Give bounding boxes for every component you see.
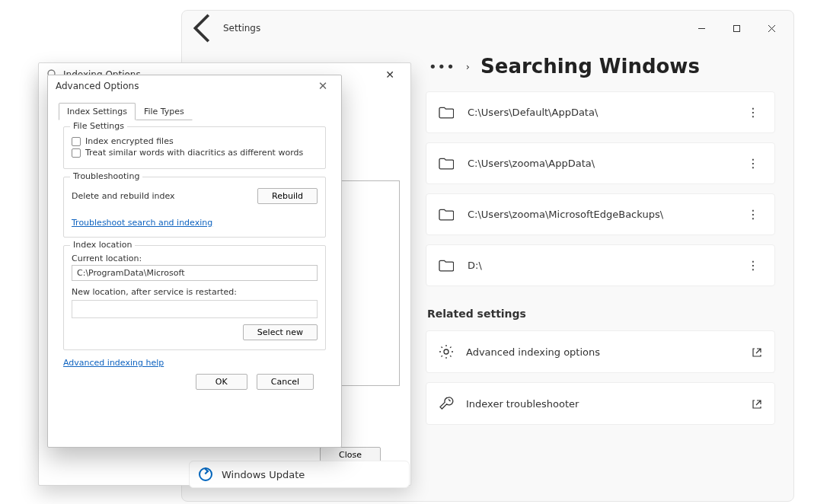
advanced-help-link[interactable]: Advanced indexing help <box>63 358 326 368</box>
file-settings-group: File Settings Index encrypted files Trea… <box>63 126 326 169</box>
wrench-icon <box>439 396 454 411</box>
svg-point-4 <box>444 349 449 354</box>
new-location-field[interactable] <box>72 300 318 318</box>
folder-path: C:\Users\Default\AppData\ <box>468 107 744 118</box>
related-settings-heading: Related settings <box>427 308 775 320</box>
close-button[interactable]: ✕ <box>312 79 334 93</box>
svg-rect-1 <box>733 25 739 31</box>
sidebar-item-windows-update[interactable]: Windows Update <box>189 461 410 488</box>
settings-body: ••• › Searching Windows C:\Users\Default… <box>426 55 793 501</box>
advanced-titlebar: Advanced Options ✕ <box>48 75 341 97</box>
checkbox-diacritics[interactable]: Treat similar words with diacritics as d… <box>72 148 318 158</box>
close-button[interactable]: ✕ <box>377 69 403 81</box>
new-location-label: New location, after service is restarted… <box>72 287 318 297</box>
file-settings-legend: File Settings <box>70 121 127 131</box>
folder-path: C:\Users\zooma\AppData\ <box>468 158 744 169</box>
more-button[interactable]: ⋮ <box>744 156 762 171</box>
related-label: Indexer troubleshooter <box>466 398 752 410</box>
excluded-folder-row[interactable]: C:\Users\zooma\MicrosoftEdgeBackups\ ⋮ <box>426 193 775 235</box>
related-label: Advanced indexing options <box>466 346 752 358</box>
rebuild-button[interactable]: Rebuild <box>257 188 318 204</box>
tab-file-types[interactable]: File Types <box>136 103 193 120</box>
more-button[interactable]: ⋮ <box>744 207 762 222</box>
settings-title: Settings <box>223 23 260 33</box>
troubleshooting-legend: Troubleshooting <box>70 171 142 181</box>
window-controls <box>684 16 789 40</box>
close-button[interactable] <box>754 16 789 40</box>
maximize-button[interactable] <box>719 16 754 40</box>
breadcrumb: ••• › Searching Windows <box>426 55 775 91</box>
folder-icon <box>439 260 454 272</box>
advanced-title: Advanced Options <box>56 81 312 91</box>
excluded-folder-row[interactable]: D:\ ⋮ <box>426 244 775 286</box>
excluded-folder-row[interactable]: C:\Users\Default\AppData\ ⋮ <box>426 91 775 133</box>
index-location-legend: Index location <box>70 240 135 250</box>
folder-icon <box>439 209 454 221</box>
select-new-button[interactable]: Select new <box>243 324 318 340</box>
checkbox-icon <box>72 137 81 146</box>
current-location-label: Current location: <box>72 254 318 263</box>
more-button[interactable]: ⋮ <box>744 105 762 120</box>
folder-icon <box>439 158 454 170</box>
breadcrumb-ellipsis[interactable]: ••• <box>429 59 455 75</box>
back-button[interactable] <box>187 11 222 46</box>
dialog-footer: OK Cancel <box>63 368 326 390</box>
delete-rebuild-label: Delete and rebuild index <box>72 191 175 201</box>
troubleshoot-link[interactable]: Troubleshoot search and indexing <box>72 218 212 228</box>
folder-icon <box>439 107 454 119</box>
sidebar-item-label: Windows Update <box>222 469 305 480</box>
open-external-icon <box>752 398 762 409</box>
advanced-options-dialog: Advanced Options ✕ Index Settings File T… <box>47 75 342 448</box>
tab-strip: Index Settings File Types <box>48 103 341 120</box>
excluded-folder-row[interactable]: C:\Users\zooma\AppData\ ⋮ <box>426 142 775 184</box>
windows-update-icon <box>199 467 212 481</box>
settings-titlebar: Settings <box>182 11 793 46</box>
advanced-indexing-options-link[interactable]: Advanced indexing options <box>426 330 775 373</box>
troubleshooting-group: Troubleshooting Delete and rebuild index… <box>63 177 326 238</box>
checkbox-icon <box>72 148 81 158</box>
advanced-body: File Settings Index encrypted files Trea… <box>48 120 341 397</box>
checkbox-label: Index encrypted files <box>85 136 174 146</box>
checkbox-index-encrypted[interactable]: Index encrypted files <box>72 136 318 146</box>
ok-button[interactable]: OK <box>196 374 247 390</box>
folder-path: D:\ <box>468 260 744 271</box>
chevron-right-icon: › <box>466 61 470 72</box>
minimize-button[interactable] <box>684 16 719 40</box>
checkbox-label: Treat similar words with diacritics as d… <box>85 148 303 158</box>
more-button[interactable]: ⋮ <box>744 258 762 273</box>
index-location-group: Index location Current location: C:\Prog… <box>63 245 326 350</box>
cancel-button[interactable]: Cancel <box>257 374 314 390</box>
current-location-field[interactable]: C:\ProgramData\Microsoft <box>72 265 318 281</box>
open-external-icon <box>752 346 762 357</box>
page-title: Searching Windows <box>480 55 700 78</box>
gear-icon <box>439 344 454 359</box>
folder-path: C:\Users\zooma\MicrosoftEdgeBackups\ <box>468 209 744 220</box>
tab-index-settings[interactable]: Index Settings <box>59 103 136 120</box>
indexer-troubleshooter-link[interactable]: Indexer troubleshooter <box>426 382 775 425</box>
